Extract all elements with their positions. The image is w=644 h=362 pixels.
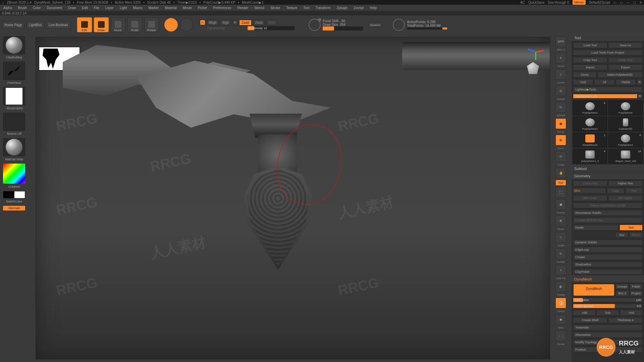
stroke-selector[interactable] — [3, 62, 25, 80]
frame-button[interactable]: ▣ — [555, 199, 566, 210]
lock-icon[interactable]: 🔒 — [555, 168, 566, 178]
swatch-secondary[interactable] — [3, 191, 14, 198]
lightbox-tools-button[interactable]: Lightbox▶Tools — [573, 86, 643, 93]
gradient-label[interactable]: Gradient — [8, 185, 20, 188]
seethrough-value[interactable]: 0 — [567, 1, 569, 4]
zcut-button[interactable]: Zcut — [266, 20, 277, 25]
claypolish-section[interactable]: ClayPolish — [573, 269, 643, 275]
brush-selector[interactable] — [3, 36, 25, 54]
material-selector[interactable] — [3, 138, 25, 156]
edgeloop-section[interactable]: EdgeLoop — [573, 247, 643, 253]
subtool-header[interactable]: Subtool — [572, 165, 644, 172]
aahalf-button[interactable]: ½ — [555, 102, 566, 113]
floor-button[interactable]: ⊞ — [555, 135, 566, 145]
switch-color-button[interactable]: SwitchColor — [6, 200, 22, 203]
dynamesh-project-button[interactable]: Project — [630, 290, 643, 296]
bpr-button[interactable]: BPR — [555, 36, 566, 47]
rotate-mode-button[interactable]: Rotate — [144, 17, 159, 32]
tool-thumb[interactable]: 6PolySphere1 — [573, 101, 607, 115]
tool-thumb[interactable]: 6PolySphere1 — [608, 133, 643, 147]
lightbox-button[interactable]: LightBox — [26, 21, 44, 28]
menu-preferences[interactable]: Preferences — [211, 5, 233, 10]
menu-zscript[interactable]: Zscript — [352, 5, 366, 10]
window-icon[interactable]: ▭ — [613, 1, 616, 4]
minimize-icon[interactable]: — — [626, 1, 630, 4]
suv-button[interactable]: Suv — [615, 232, 629, 238]
divide-button[interactable]: Divide — [573, 225, 619, 231]
menu-light[interactable]: Light — [118, 5, 129, 10]
dynamesh-and-button[interactable]: And — [620, 310, 643, 316]
move-mode-button[interactable]: Move — [111, 17, 125, 32]
default-zscript[interactable]: DefaultZScript — [589, 1, 610, 4]
paste-tool-button[interactable]: Paste Tool — [608, 57, 643, 63]
menu-document[interactable]: Document — [45, 5, 64, 10]
tool-thumb[interactable]: 14dragon_skull_v03 — [608, 149, 643, 164]
axis-gizmo-icon[interactable] — [526, 41, 546, 61]
tool-thumb[interactable]: 1SimpleBrush — [573, 133, 607, 147]
create-shell-button[interactable]: Create Shell — [573, 317, 607, 323]
tessimate-section[interactable]: Tessimate — [573, 324, 643, 330]
clone-button[interactable]: Clone — [573, 72, 597, 78]
menu-draw[interactable]: Draw — [66, 5, 78, 10]
sculptris-toggle[interactable] — [180, 18, 193, 32]
menu-edit[interactable]: Edit — [80, 5, 90, 10]
home-page-button[interactable]: Home Page — [2, 21, 24, 28]
ghost-button[interactable]: 👻 — [555, 298, 566, 308]
viewport-canvas[interactable]: RRCG RRCG RRCG 人人素材 RRCG 人人素材 人人素材 RRCG … — [36, 37, 550, 359]
reuv-button[interactable]: ReUV — [629, 232, 643, 238]
swatch-primary[interactable] — [14, 191, 25, 198]
smt-button[interactable]: Smt — [620, 225, 643, 231]
draw-size-slider[interactable] — [323, 26, 363, 31]
xyz-button[interactable]: Xyz — [555, 180, 566, 186]
tool-thumb[interactable]: PolySphere — [608, 101, 643, 115]
close-icon[interactable]: ✕ — [639, 1, 642, 4]
load-from-project-button[interactable]: Load Tools From Project — [573, 50, 643, 56]
gizmo-toggle[interactable] — [164, 18, 178, 32]
menus-toggle[interactable]: Menus — [573, 0, 586, 5]
menu-picker[interactable]: Picker — [196, 5, 209, 10]
tool-thumb[interactable]: 4polysphere1_4 — [573, 149, 607, 164]
window-icon[interactable]: ▭ — [620, 1, 623, 4]
menu-transform[interactable]: Transform — [313, 5, 332, 10]
fit-button[interactable]: ⛶ — [555, 187, 566, 198]
dynamesh-resolution-slider[interactable]: Resolution128 — [573, 298, 643, 302]
zsub-button[interactable]: Zsub — [253, 20, 265, 25]
texture-selector[interactable] — [3, 113, 25, 131]
dynamic-subdiv-section[interactable]: Dynamic Subdiv — [573, 239, 643, 245]
menu-layer[interactable]: Layer — [103, 5, 116, 10]
zremesher-section[interactable]: ZRemesher — [573, 332, 643, 338]
draw-mode-button[interactable]: Draw — [94, 17, 109, 32]
zoom-button[interactable]: ⤢ — [555, 69, 566, 80]
channel-m-toggle[interactable]: M — [232, 20, 238, 25]
draw-size-value[interactable]: 264 — [340, 23, 345, 26]
solo-button[interactable]: ◉ — [555, 314, 566, 325]
del-higher-button[interactable]: Del Higher — [608, 195, 643, 201]
saveas-button[interactable]: Save As — [608, 42, 643, 48]
convert-bpr-button[interactable]: Convert BPR To Geo — [573, 217, 643, 223]
menu-color[interactable]: Color — [31, 5, 43, 10]
import-button[interactable]: Import — [573, 64, 607, 70]
load-tool-button[interactable]: Load Tool — [573, 42, 607, 48]
dynamic-toggle[interactable]: Dynamic — [368, 22, 382, 27]
lower-res-button[interactable]: Lower Res — [573, 180, 607, 186]
alternate-button[interactable]: Alternate — [3, 206, 25, 210]
live-boolean-button[interactable]: Live Boolean — [46, 21, 70, 28]
linefill-button[interactable]: ≡ — [555, 265, 566, 276]
edit-mode-button[interactable]: Edit — [77, 17, 92, 32]
menu-render[interactable]: Render — [235, 5, 251, 10]
mrgb-button[interactable]: Mrgb — [207, 20, 219, 25]
menu-alpha[interactable]: Alpha — [1, 5, 14, 10]
cage-button[interactable]: Cage — [607, 188, 625, 194]
channel-a-toggle[interactable]: A — [200, 20, 205, 25]
menu-movie[interactable]: Movie — [181, 5, 194, 10]
goz-visible-button[interactable]: Visible — [615, 79, 636, 85]
dynamesh-sub-button[interactable]: Sub — [596, 310, 619, 316]
sculptris-dial-icon[interactable] — [309, 19, 321, 31]
menu-texture[interactable]: Texture — [284, 5, 299, 10]
xpose-button[interactable]: ⋮⋮ — [555, 330, 566, 341]
color-swatches[interactable] — [3, 191, 25, 198]
tool-thumb[interactable]: Cylinder3D — [608, 117, 643, 131]
reconstruct-subdiv-button[interactable]: Reconstruct Subdiv — [573, 210, 643, 216]
nav-move-button[interactable]: ✥ — [555, 216, 566, 226]
dynamesh-add-button[interactable]: Add — [573, 310, 596, 316]
